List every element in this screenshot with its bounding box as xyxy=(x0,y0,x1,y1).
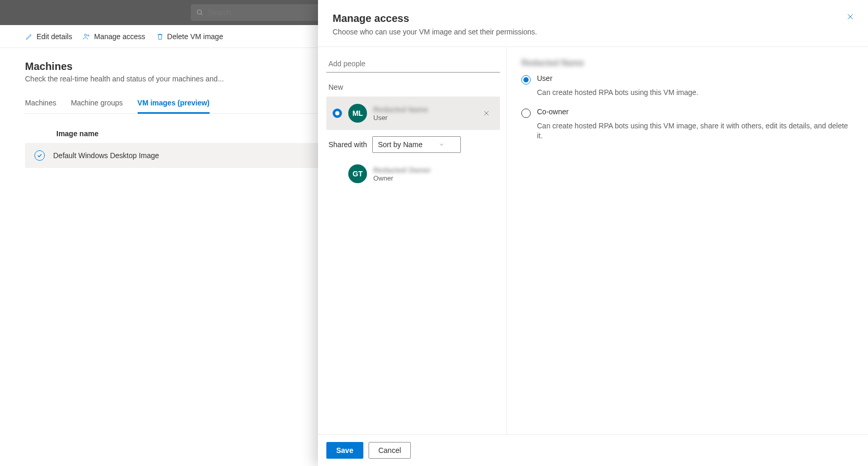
person-selected-indicator xyxy=(333,109,342,118)
permission-user-option[interactable]: User xyxy=(521,74,853,85)
permissions-column: Redacted Name User Can create hosted RPA… xyxy=(507,47,868,181)
svg-point-2 xyxy=(84,34,87,36)
svg-point-0 xyxy=(197,10,201,14)
person-role: Owner xyxy=(373,174,494,181)
person-info: Redacted Owner Owner xyxy=(373,166,494,181)
edit-details-button[interactable]: Edit details xyxy=(25,32,72,41)
tab-machine-groups[interactable]: Machine groups xyxy=(71,93,123,113)
delete-vm-image-button[interactable]: Delete VM image xyxy=(156,32,223,41)
edit-details-label: Edit details xyxy=(36,32,72,41)
permission-user-desc: Can create hosted RPA bots using this VM… xyxy=(537,88,853,98)
manage-access-panel: Manage access Choose who can use your VM… xyxy=(318,0,868,181)
trash-icon xyxy=(156,32,164,41)
permission-coowner-label: Co-owner xyxy=(537,107,569,116)
manage-access-button[interactable]: Manage access xyxy=(82,32,145,41)
person-role: User xyxy=(373,114,473,122)
shared-with-row: Shared with Sort by Name xyxy=(328,136,498,153)
radio-user[interactable] xyxy=(521,75,531,85)
check-icon xyxy=(36,152,43,159)
panel-body: New ML Redacted Name User Shared with So… xyxy=(318,47,868,181)
close-icon xyxy=(483,110,490,117)
person-row-new[interactable]: ML Redacted Name User xyxy=(326,97,500,130)
shared-with-label: Shared with xyxy=(328,140,367,149)
new-section-label: New xyxy=(328,83,498,91)
pencil-icon xyxy=(25,32,33,41)
sort-by-value: Sort by Name xyxy=(378,140,423,149)
delete-vm-image-label: Delete VM image xyxy=(167,32,223,41)
svg-line-1 xyxy=(201,14,202,15)
svg-point-3 xyxy=(88,34,89,36)
avatar: ML xyxy=(348,104,367,123)
radio-coowner[interactable] xyxy=(521,109,531,118)
permission-user-label: User xyxy=(537,74,553,82)
tab-machines[interactable]: Machines xyxy=(25,93,56,113)
permission-coowner-desc: Can create hosted RPA bots using this VM… xyxy=(537,121,853,141)
selected-person-name: Redacted Name xyxy=(521,58,853,68)
tab-vm-images[interactable]: VM images (preview) xyxy=(138,93,210,114)
chevron-down-icon xyxy=(438,141,445,148)
person-row-shared[interactable]: GT Redacted Owner Owner xyxy=(326,157,500,181)
people-column: New ML Redacted Name User Shared with So… xyxy=(318,47,507,181)
search-icon xyxy=(196,8,204,17)
sort-by-select[interactable]: Sort by Name xyxy=(372,136,461,153)
permission-coowner-option[interactable]: Co-owner xyxy=(521,107,853,118)
panel-subtitle: Choose who can use your VM image and set… xyxy=(333,28,853,36)
close-icon xyxy=(846,13,854,21)
panel-close-button[interactable] xyxy=(843,9,858,24)
add-people-input[interactable] xyxy=(326,55,500,73)
row-image-name: Default Windows Desktop Image xyxy=(53,151,159,160)
avatar: GT xyxy=(348,164,367,181)
panel-title: Manage access xyxy=(333,13,853,25)
person-name: Redacted Name xyxy=(373,105,473,114)
panel-header: Manage access Choose who can use your VM… xyxy=(318,0,868,47)
person-name: Redacted Owner xyxy=(373,166,494,174)
people-icon xyxy=(82,32,91,41)
person-info: Redacted Name User xyxy=(373,105,473,122)
row-selected-icon[interactable] xyxy=(34,150,45,161)
manage-access-label: Manage access xyxy=(94,32,145,41)
remove-person-button[interactable] xyxy=(479,106,494,121)
